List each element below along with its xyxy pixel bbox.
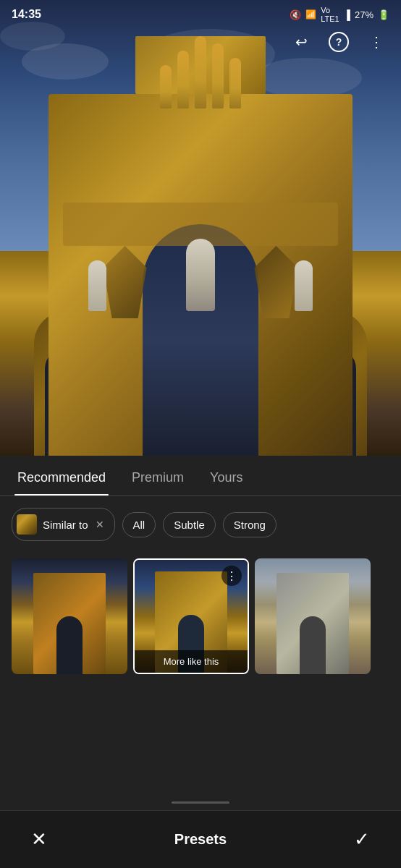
status-bar: 14:35 🔇 📶 VoLTE1 ▐ 27% 🔋 [0,0,401,29]
mute-icon: 🔇 [290,9,301,20]
filter-row: Similar to ✕ All Subtle Strong [0,496,401,553]
undo-button[interactable]: ↩ [288,29,314,55]
presets-grid: ⋮ More like this [0,553,401,680]
preset-arch-1 [33,573,106,674]
help-button[interactable]: ? [326,29,352,55]
arch-main-body [48,94,353,456]
preset-item-3[interactable] [255,558,371,674]
more-options-button[interactable]: ⋮ [363,29,389,55]
preset-info-button[interactable]: ⋮ [221,566,242,586]
scroll-indicator [172,801,229,804]
statue-figure-3 [195,36,206,109]
action-bar-title: Presets [174,831,227,848]
filter-chip-strong[interactable]: Strong [223,512,277,537]
preset-item-2[interactable]: ⋮ More like this [133,558,249,674]
filter-chip-subtle[interactable]: Subtle [163,512,216,537]
more-like-this-label[interactable]: More like this [135,650,248,673]
signal-icon: VoLTE1 [321,6,339,23]
side-statue-right [295,260,313,311]
status-icons: 🔇 📶 VoLTE1 ▐ 27% 🔋 [290,6,389,23]
action-bar: ✕ Presets ✓ [0,810,401,868]
preset-thumbnail-1 [12,558,127,674]
preset-thumbnail-3 [255,558,371,674]
tab-recommended[interactable]: Recommended [14,470,109,495]
status-time: 14:35 [12,8,41,21]
preset-arch-opening-1 [56,616,83,674]
battery-level: 27% [355,9,373,20]
statue-figure-4 [212,43,224,109]
tabs-row: Recommended Premium Yours [0,456,401,496]
tab-premium[interactable]: Premium [129,470,187,495]
filter-chip-similar-to[interactable]: Similar to ✕ [12,508,115,541]
chip-thumb-image [17,514,37,535]
filter-chip-all[interactable]: All [122,512,156,537]
preset-arch-opening-3 [300,616,326,674]
wing-decoration-left [104,246,147,318]
statue-figure-2 [177,51,189,109]
statue-figure-5 [229,58,241,109]
preset-item-1[interactable] [12,558,127,674]
preset-arch-3 [277,573,349,674]
confirm-button[interactable]: ✓ [346,824,378,856]
wing-decoration-right [254,246,297,318]
tab-yours[interactable]: Yours [207,470,245,495]
photo-area: ↩ ? ⋮ [0,0,401,456]
arch-monument [20,22,381,456]
cell-icon: ▐ [344,9,350,20]
header-controls: ↩ ? ⋮ [288,29,389,55]
chip-thumbnail [17,514,37,535]
chip-close-button[interactable]: ✕ [96,519,104,530]
side-statue-left [88,260,106,311]
top-statues-group [92,22,309,109]
cancel-button[interactable]: ✕ [23,824,55,856]
battery-icon: 🔋 [378,9,389,20]
photo-background [0,0,401,456]
bottom-panel: Recommended Premium Yours Similar to ✕ A… [0,456,401,810]
statue-figure-1 [160,65,172,109]
wifi-icon: 📶 [305,9,316,20]
central-statue [186,239,215,311]
